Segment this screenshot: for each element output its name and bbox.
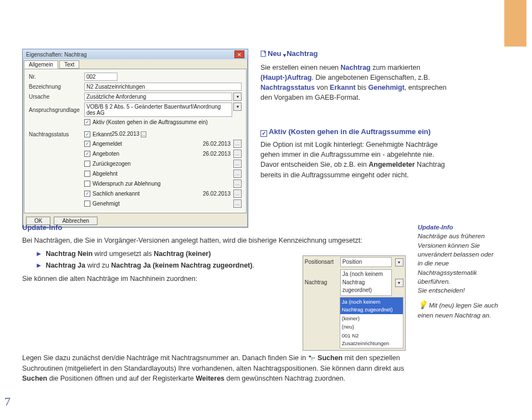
chevron-down-icon[interactable]: ▾ xyxy=(233,103,242,111)
label-anspruch: Anspruchsgrundlage xyxy=(29,107,84,113)
date-pick-icon[interactable]: … xyxy=(233,180,242,188)
date-pick-icon[interactable]: … xyxy=(233,189,242,198)
date-pick-icon[interactable]: … xyxy=(233,199,242,208)
checkbox-aktiv[interactable] xyxy=(84,119,90,125)
chevron-down-icon: ▾ xyxy=(283,52,286,60)
side-accent xyxy=(504,0,526,47)
section-neu-nachtrag: Neu ▾Nachtrag Sie erstellen einen neuen … xyxy=(260,49,449,103)
date-pick-icon[interactable]: … xyxy=(233,140,242,148)
label-erkannt: Erkannt xyxy=(93,131,111,137)
label-nachtrag: Nachtrag xyxy=(305,279,338,287)
label-ursache: Ursache xyxy=(29,94,84,100)
list-item[interactable]: 001 N2 Zusatzeinrichtungen xyxy=(340,331,403,348)
date-angeboten: 26.02.2013 xyxy=(198,151,232,157)
dropdown-screenshot: PositionsartPosition▾ NachtragJa (noch k… xyxy=(303,255,406,351)
chevron-down-icon[interactable]: ▾ xyxy=(395,279,403,287)
date-pick-icon[interactable]: … xyxy=(141,131,146,137)
list-item[interactable]: (keiner) xyxy=(340,314,403,323)
date-angemeldet: 26.02.2013 xyxy=(198,141,232,147)
tab-text[interactable]: Text xyxy=(59,60,79,69)
dropdown-list[interactable]: Ja (noch keinem Nachtrag zugeordnet) (ke… xyxy=(340,297,403,349)
properties-dialog: Eigenschaften: Nachtrag ✕ Allgemein Text… xyxy=(22,49,248,228)
checkbox-abgelehnt[interactable] xyxy=(84,171,90,177)
select-positionsart[interactable]: Position xyxy=(340,257,392,268)
section-update-info: Update-Info Bei Nachträgen, die Sie in V… xyxy=(22,223,406,383)
section-aktiv: Aktiv (Kosten gehen in die Auftragssumme… xyxy=(260,127,449,180)
label-nachtragsstatus: Nachtragsstatus xyxy=(29,131,84,137)
dialog-title: Eigenschaften: Nachtrag xyxy=(26,52,87,58)
checkbox-zurueck[interactable] xyxy=(84,161,90,167)
aside-heading: Update-Info xyxy=(418,223,499,232)
label-widerspruch: Widerspruch zur Ablehnung xyxy=(93,181,161,187)
select-ursache[interactable]: Zusätzliche Anforderung xyxy=(84,93,232,101)
checkbox-angemeldet[interactable] xyxy=(84,141,90,147)
label-angemeldet: Angemeldet xyxy=(93,141,122,147)
new-doc-icon xyxy=(260,50,267,60)
checkbox-erkannt[interactable] xyxy=(84,131,90,137)
date-erkannt: 25.02.2013 xyxy=(111,131,139,137)
date-pick-icon[interactable]: … xyxy=(233,160,242,168)
label-nr: Nr. xyxy=(29,74,84,80)
checkbox-icon xyxy=(260,130,267,137)
label-angeboten: Angeboten xyxy=(93,151,119,157)
tab-allgemein[interactable]: Allgemein xyxy=(24,60,58,69)
label-bezeichnung: Bezeichnung xyxy=(29,84,84,90)
close-icon[interactable]: ✕ xyxy=(234,50,244,58)
checkbox-widerspruch[interactable] xyxy=(84,181,90,187)
date-pick-icon[interactable]: … xyxy=(233,170,242,178)
lightbulb-icon: 💡 xyxy=(418,300,427,309)
date-sachlich: 26.02.2013 xyxy=(198,191,232,197)
margin-note: Update-Info Nachträge aus früheren Versi… xyxy=(418,223,499,383)
input-bezeichnung[interactable]: N2 Zusatzeinrichtungen xyxy=(84,83,242,91)
label-positionsart: Positionsart xyxy=(305,258,338,267)
binoculars-icon: 🔭 xyxy=(308,355,316,362)
label-zurueck: Zurückgezogen xyxy=(93,161,131,167)
checkbox-angeboten[interactable] xyxy=(84,151,90,157)
select-nachtrag[interactable]: Ja (noch keinem Nachtrag zugeordnet) xyxy=(340,269,392,296)
label-sachlich: Sachlich anerkannt xyxy=(93,191,140,197)
label-abgelehnt: Abgelehnt xyxy=(93,171,117,177)
label-aktiv: Aktiv (Kosten gehen in die Auftragssumme… xyxy=(93,119,208,125)
checkbox-sachlich[interactable] xyxy=(84,191,90,197)
input-nr[interactable]: 002 xyxy=(84,73,117,81)
select-anspruch[interactable]: VOB/B § 2 Abs. 5 - Geänderter Bauentwurf… xyxy=(84,103,232,117)
page-number: 7 xyxy=(4,395,11,409)
label-genehmigt: Genehmigt xyxy=(93,201,120,207)
chevron-down-icon[interactable]: ▾ xyxy=(233,93,242,101)
list-item[interactable]: Ja (noch keinem Nachtrag zugeordnet) xyxy=(340,298,403,314)
update-info-heading: Update-Info xyxy=(22,223,406,233)
date-pick-icon[interactable]: … xyxy=(233,150,242,158)
chevron-down-icon[interactable]: ▾ xyxy=(395,258,403,267)
list-item[interactable]: (neu) xyxy=(340,322,403,331)
checkbox-genehmigt[interactable] xyxy=(84,201,90,207)
